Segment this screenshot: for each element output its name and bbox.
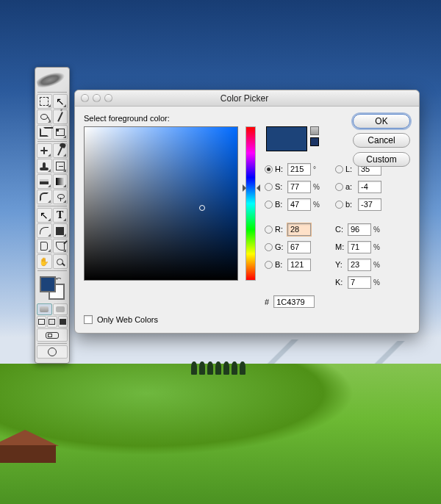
- magnifier-icon: [57, 259, 63, 265]
- label-lab-b: b:: [345, 200, 356, 209]
- healing-brush-tool[interactable]: [37, 143, 52, 158]
- brush-tool[interactable]: [53, 143, 68, 158]
- radio-r[interactable]: [265, 226, 273, 234]
- magic-wand-tool[interactable]: [53, 109, 68, 124]
- foreground-color-swatch[interactable]: [40, 276, 56, 292]
- radio-l[interactable]: [335, 165, 343, 173]
- window-close-icon[interactable]: [81, 94, 89, 102]
- web-safe-swatch[interactable]: [310, 137, 319, 146]
- slice-tool[interactable]: [53, 125, 68, 140]
- custom-button[interactable]: Custom: [353, 152, 410, 167]
- dialog-titlebar[interactable]: Color Picker: [75, 90, 419, 107]
- eyedropper-tool[interactable]: [53, 239, 68, 253]
- screen-mode-full[interactable]: [58, 316, 68, 328]
- label-bv: B:: [275, 200, 285, 209]
- window-zoom-icon[interactable]: [104, 94, 112, 102]
- eraser-tool[interactable]: [37, 174, 52, 189]
- label-b: B:: [275, 260, 285, 269]
- radio-lab-b[interactable]: [335, 201, 343, 209]
- radio-h[interactable]: [265, 165, 273, 173]
- label-y: Y:: [335, 260, 345, 269]
- label-g: G:: [275, 242, 285, 251]
- gradient-tool[interactable]: [53, 174, 68, 189]
- background-trees: [191, 361, 279, 378]
- unit-c: %: [373, 226, 382, 234]
- input-hex[interactable]: [273, 295, 315, 308]
- input-c[interactable]: [348, 223, 371, 236]
- type-tool[interactable]: T: [53, 208, 68, 223]
- radio-bv[interactable]: [265, 201, 273, 209]
- brush-icon: [57, 145, 63, 156]
- color-picker-dialog: Color Picker OK Cancel Custom Select for…: [74, 90, 420, 334]
- hue-slider[interactable]: [245, 126, 256, 281]
- history-brush-tool[interactable]: [53, 159, 68, 173]
- pen-tool[interactable]: [37, 223, 52, 238]
- input-lab-b[interactable]: [358, 198, 381, 211]
- color-swatches: ⤺: [38, 275, 66, 301]
- screen-mode-standard[interactable]: [37, 316, 46, 328]
- label-h: H:: [275, 165, 285, 173]
- input-y[interactable]: [348, 259, 371, 271]
- quick-mask-mode[interactable]: [53, 303, 68, 315]
- color-field-marker[interactable]: [199, 205, 205, 211]
- input-m[interactable]: [348, 241, 371, 253]
- screen-mode-full-menubar[interactable]: [47, 316, 57, 328]
- unit-k: %: [373, 278, 382, 287]
- shape-tool[interactable]: [53, 223, 68, 238]
- imageready-icon: [46, 332, 59, 339]
- hue-slider-handle[interactable]: [243, 184, 260, 192]
- label-m: M:: [335, 242, 345, 251]
- unit-y: %: [373, 261, 382, 269]
- swap-colors-icon[interactable]: ⤺: [56, 275, 65, 281]
- color-field[interactable]: [84, 126, 238, 281]
- jump-to-imageready[interactable]: [37, 328, 68, 342]
- window-minimize-icon[interactable]: [93, 94, 101, 102]
- zoom-tool[interactable]: [53, 254, 68, 269]
- ok-button[interactable]: OK: [353, 114, 410, 129]
- hand-tool[interactable]: [37, 254, 52, 269]
- marquee-tool[interactable]: [37, 94, 52, 109]
- unit-s: %: [313, 183, 322, 191]
- input-b[interactable]: [287, 259, 311, 271]
- circle-icon: [48, 348, 57, 356]
- label-r: R:: [275, 225, 285, 234]
- path-selection-tool[interactable]: [37, 208, 52, 223]
- input-bv[interactable]: [287, 198, 311, 211]
- radio-b[interactable]: [265, 261, 273, 269]
- quick-mask-icon: [56, 306, 65, 312]
- input-h[interactable]: [287, 163, 311, 176]
- window-full-icon: [49, 319, 55, 325]
- input-g[interactable]: [287, 241, 311, 253]
- input-s[interactable]: [287, 181, 311, 193]
- notes-tool[interactable]: [37, 239, 52, 253]
- lasso-tool[interactable]: [37, 109, 52, 124]
- standard-mode-icon: [40, 306, 49, 312]
- background-barn: [0, 430, 57, 465]
- toggle-palette-button[interactable]: [37, 345, 68, 359]
- eraser-icon: [40, 179, 49, 184]
- gamut-warning-icon[interactable]: [310, 126, 319, 135]
- dodge-tool[interactable]: [53, 190, 68, 204]
- move-tool[interactable]: [53, 94, 68, 109]
- label-k: K:: [335, 278, 345, 287]
- unit-h: °: [313, 165, 322, 173]
- input-r[interactable]: [287, 223, 311, 236]
- hex-prefix: #: [265, 298, 269, 306]
- cancel-button[interactable]: Cancel: [353, 133, 410, 148]
- input-a[interactable]: [358, 181, 381, 193]
- unit-m: %: [373, 243, 382, 251]
- tools-panel: T ⤺: [35, 67, 70, 364]
- crop-icon: [40, 128, 49, 137]
- new-color-swatch[interactable]: [266, 126, 307, 151]
- crop-tool[interactable]: [37, 125, 52, 140]
- label-s: S:: [275, 182, 285, 191]
- radio-a[interactable]: [335, 183, 343, 191]
- standard-mode[interactable]: [37, 303, 52, 315]
- blur-tool[interactable]: [37, 190, 52, 204]
- input-k[interactable]: [348, 276, 371, 289]
- only-web-colors-checkbox[interactable]: [84, 315, 93, 324]
- radio-g[interactable]: [265, 243, 273, 251]
- radio-s[interactable]: [265, 183, 273, 191]
- wand-icon: [57, 112, 63, 122]
- clone-stamp-tool[interactable]: [37, 159, 52, 173]
